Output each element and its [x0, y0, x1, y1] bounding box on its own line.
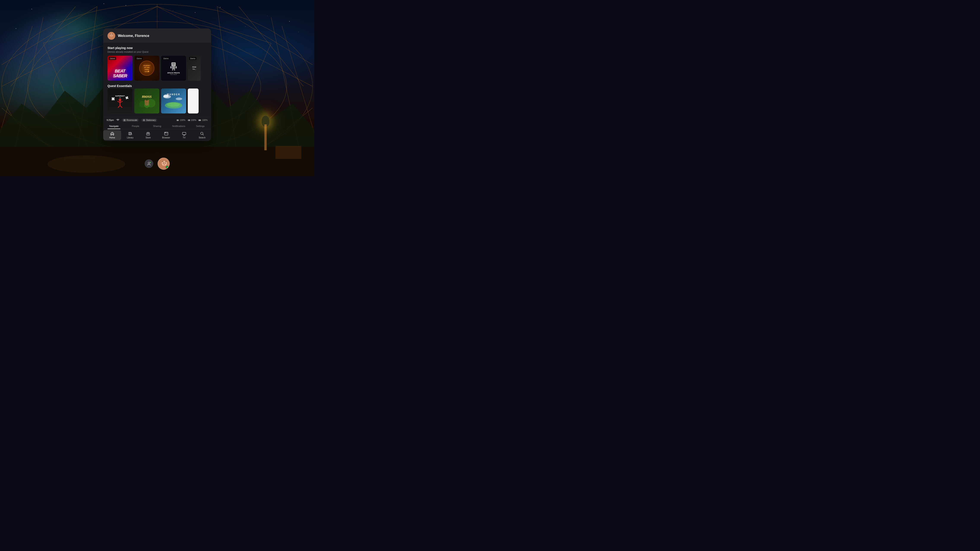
stationary-label: Stationary: [146, 119, 156, 121]
svg-point-39: [119, 99, 121, 101]
start-playing-title: Start playing now: [108, 46, 207, 50]
svg-rect-77: [129, 132, 130, 135]
journey-circle: JOURNEYOF THEGODS: [139, 61, 154, 76]
nav-tabs: Navigate People Sharing Notifications Se…: [103, 123, 211, 129]
lamp-pole: [264, 124, 267, 150]
svg-point-83: [165, 132, 165, 133]
tab-people-label: People: [132, 125, 139, 127]
svg-line-90: [203, 134, 204, 135]
battery-2: 100%: [188, 119, 196, 121]
tv-icon: [182, 132, 186, 136]
stationary-badge[interactable]: Stationary: [142, 119, 157, 122]
journey-title: JOURNEYOF THEGODS: [143, 65, 150, 70]
nav-tv-label: TV: [183, 137, 186, 139]
game-card-rise[interactable]: Demo RISETH...: [188, 56, 201, 81]
game-card-partial[interactable]: [188, 89, 199, 113]
svg-point-98: [165, 162, 165, 164]
tab-notifications-label: Notifications: [172, 125, 185, 127]
svg-text:moss: moss: [142, 94, 151, 99]
search-icon: [200, 132, 204, 136]
nav-store[interactable]: Store: [139, 130, 157, 140]
game-card-beat-saber[interactable]: Demo BEATSABER: [108, 56, 132, 81]
nav-home[interactable]: Home: [103, 130, 121, 140]
svg-rect-65: [124, 119, 125, 121]
hand-right-icon: [188, 119, 190, 121]
tab-settings[interactable]: Settings: [189, 123, 211, 129]
svg-rect-34: [172, 65, 175, 65]
nav-tv[interactable]: TV: [175, 130, 193, 140]
battery-2-level: 100%: [191, 119, 196, 121]
beat-saber-title: BEATSABER: [108, 68, 132, 78]
panel-content: Start playing now Demos already installe…: [103, 43, 211, 117]
status-bar: 9:25pm Roomscale: [103, 117, 211, 123]
svg-line-21: [239, 6, 304, 86]
svg-point-89: [201, 132, 203, 134]
beat-saber-demo-badge: Demo: [109, 57, 116, 60]
svg-rect-35: [170, 66, 172, 68]
nav-store-label: Store: [145, 137, 151, 139]
start-playing-subtitle: Demos already installed on your Quest: [108, 51, 207, 53]
svg-rect-71: [189, 119, 190, 121]
quest-essentials-section: Quest Essentials: [108, 84, 207, 113]
game-card-superhot[interactable]: SUPERHOT VR: [108, 89, 132, 113]
svg-rect-68: [177, 119, 178, 121]
svg-rect-32: [172, 63, 173, 64]
svg-point-91: [148, 162, 150, 164]
avatar-image: [108, 32, 115, 40]
svg-rect-30: [172, 62, 176, 66]
svg-rect-75: [199, 119, 200, 121]
journey-demo-badge: Demo: [135, 57, 143, 60]
status-time: 9:25pm: [107, 119, 114, 121]
nav-browser[interactable]: Browser: [157, 130, 175, 140]
nav-search-label: Search: [199, 137, 205, 139]
svg-rect-31: [172, 66, 175, 69]
svg-line-20: [11, 6, 76, 86]
space-pirate-title: SPACE PIRATE: [167, 72, 180, 74]
roomscale-badge[interactable]: Roomscale: [122, 119, 139, 122]
quest-essentials-title: Quest Essentials: [108, 84, 207, 88]
tab-people[interactable]: People: [125, 123, 146, 129]
welcome-text: Welcome, Florence: [118, 34, 150, 38]
battery-3: 100%: [198, 119, 208, 121]
nav-search[interactable]: Search: [193, 130, 211, 140]
svg-line-43: [118, 105, 120, 108]
battery-1-level: 100%: [180, 119, 185, 121]
svg-line-44: [120, 105, 122, 108]
game-card-space-pirate[interactable]: Demo: [161, 56, 186, 81]
svg-text:WANDER: WANDER: [167, 93, 180, 96]
lamp-shade: [262, 116, 269, 126]
demo-games-row: Demo BEATSABER Demo JOURNEYOF THEGODS: [108, 56, 207, 81]
nav-home-label: Home: [109, 137, 115, 139]
nav-library[interactable]: Library: [121, 130, 139, 140]
game-card-moss[interactable]: moss: [134, 89, 159, 113]
svg-point-97: [163, 162, 164, 164]
game-card-journey[interactable]: Demo JOURNEYOF THEGODS: [134, 56, 159, 81]
svg-point-56: [147, 100, 149, 103]
tab-sharing-label: Sharing: [153, 125, 161, 127]
add-friend-button[interactable]: [145, 159, 153, 168]
tab-notifications[interactable]: Notifications: [168, 123, 189, 129]
batteries-group: 100% 100%: [177, 119, 208, 121]
wander-content: WANDER: [161, 89, 186, 113]
start-playing-section: Start playing now Demos already installe…: [108, 46, 207, 81]
wifi-icon: [116, 119, 119, 121]
svg-line-17: [217, 6, 313, 65]
space-demo-badge: Demo: [162, 57, 170, 60]
user-avatar-dock[interactable]: [158, 158, 170, 170]
tab-navigate[interactable]: Navigate: [103, 123, 125, 129]
moss-content: moss: [134, 89, 159, 113]
svg-rect-78: [130, 132, 131, 135]
battery-1: 100%: [177, 119, 185, 121]
svg-text:VR: VR: [119, 97, 121, 99]
bottom-dock: [145, 158, 170, 170]
space-pirate-subtitle: TRAINER: [170, 74, 177, 75]
nav-icons: Home Library Store: [103, 129, 211, 141]
panel-header: Welcome, Florence: [103, 29, 211, 43]
svg-line-16: [2, 6, 97, 65]
tab-sharing[interactable]: Sharing: [146, 123, 168, 129]
roomscale-label: Roomscale: [126, 119, 137, 121]
rise-demo-badge: Demo: [189, 57, 196, 60]
game-card-wander[interactable]: WANDER: [161, 89, 186, 113]
nav-library-label: Library: [127, 137, 134, 139]
svg-rect-36: [175, 66, 177, 68]
